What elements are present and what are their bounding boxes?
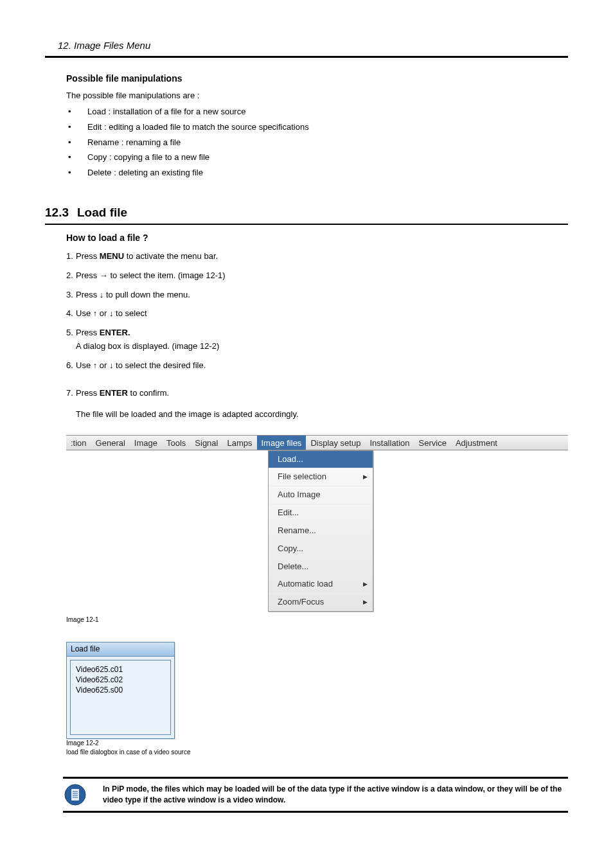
dropdown-item[interactable]: Zoom/Focus▶ [269,594,373,611]
dropdown-item-selected[interactable]: Load... [269,451,373,469]
menu-bar: :tion General Image Tools Signal Lamps I… [66,435,568,450]
list-item[interactable]: Video625.s00 [76,685,165,695]
dropdown-label: Load... [278,454,303,466]
figure-12-2-caption: Image 12-2 [66,739,568,748]
dropdown-label: Zoom/Focus [278,596,324,608]
dropdown-item[interactable]: Rename... [269,522,373,540]
figure-12-1-caption: Image 12-1 [66,616,568,625]
menu-item[interactable]: Image [130,436,162,450]
section-rule [45,224,568,225]
manip-item: Load : installation of a file for a new … [45,106,568,118]
dropdown-item[interactable]: File selection▶ [269,468,373,486]
chapter-header: 12. Image Files Menu [45,39,568,53]
dropdown-label: Edit... [278,507,299,519]
manip-intro: The possible file manipulations are : [45,90,568,102]
sub-heading: How to load a file ? [45,231,568,244]
dropdown-item[interactable]: Automatic load▶ [269,576,373,594]
menu-item[interactable]: Display setup [306,436,365,450]
svg-rect-1 [71,789,79,801]
dialog-title: Load file [67,642,174,657]
step-3: Press ↓ to pull down the menu. [45,289,568,301]
dropdown-label: File selection [278,471,326,483]
dropdown-menu: Load... File selection▶ Auto Image Edit.… [268,450,373,612]
dropdown-label: Delete... [278,561,308,573]
chevron-right-icon: ▶ [363,598,368,607]
section-number: 12.3 [45,204,71,222]
step-bold: ENTER [100,388,128,398]
menu-item[interactable]: :tion [66,436,91,450]
note-icon [64,784,86,806]
step-text: Use ↑ or ↓ to select [76,308,147,318]
step-text: Press [76,328,100,337]
dropdown-item[interactable]: Edit... [269,504,373,522]
step-2: Press → to select the item. (image 12-1) [45,270,568,282]
list-item[interactable]: Video625.c01 [76,664,165,675]
load-file-dialog: Load file Video625.c01 Video625.c02 Vide… [66,642,175,739]
menu-item[interactable]: Adjustment [451,436,502,450]
dialog-body[interactable]: Video625.c01 Video625.c02 Video625.s00 [70,660,171,735]
figure-12-2-caption-sub: load file dialogbox in case of a video s… [66,748,568,757]
dropdown-label: Rename... [278,525,316,537]
menu-item[interactable]: Lamps [222,436,256,450]
list-item[interactable]: Video625.c02 [76,675,165,685]
note-text: In PiP mode, the files which may be load… [103,784,567,806]
menu-item[interactable]: Service [414,436,451,450]
step-4: Use ↑ or ↓ to select [45,308,568,320]
step-bold: MENU [100,251,124,261]
manip-item: Edit : editing a loaded file to match th… [45,121,568,134]
manip-item: Delete : deleting an existing file [45,167,568,179]
dropdown-label: Automatic load [278,578,333,590]
figure-12-2: Load file Video625.c01 Video625.c02 Vide… [66,642,175,739]
chapter-rule [45,56,568,58]
manip-list: Load : installation of a file for a new … [45,106,568,179]
step-7: Press ENTER to confirm. [45,387,568,400]
section-manip-heading: Possible file manipulations [45,72,568,85]
section-load-header: 12.3 Load file [45,204,568,222]
step-text: Press [76,388,100,398]
dropdown-item[interactable]: Delete... [269,558,373,576]
menu-item[interactable]: General [91,436,130,450]
chevron-right-icon: ▶ [363,473,368,481]
step-text: Use ↑ or ↓ to select the desired file. [76,360,206,370]
dropdown-label: Copy... [278,543,303,555]
menu-item-selected[interactable]: Image files [257,436,306,450]
step-5: Press ENTER. A dialog box is displayed. … [45,327,568,353]
step-text: Press ↓ to pull down the menu. [76,290,190,299]
dropdown-item[interactable]: Auto Image [269,486,373,504]
note-block: In PiP mode, the files which may be load… [63,777,568,813]
dropdown-label: Auto Image [278,489,321,501]
step-bold: ENTER. [100,328,130,337]
dropdown-item[interactable]: Copy... [269,540,373,558]
step-1: Press MENU to activate the menu bar. [45,251,568,263]
chevron-right-icon: ▶ [363,580,368,589]
menu-item[interactable]: Installation [365,436,414,450]
step-text: to confirm. [128,388,169,398]
section-title: Load file [77,204,127,222]
step-6: Use ↑ or ↓ to select the desired file. [45,360,568,372]
menu-item[interactable]: Tools [162,436,190,450]
manip-item: Copy : copying a file to a new file [45,152,568,164]
menu-item[interactable]: Signal [190,436,222,450]
step-text: to activate the menu bar. [124,251,218,261]
step-7-note: The file will be loaded and the image is… [45,409,568,421]
step-sub: A dialog box is displayed. (image 12-2) [76,341,568,353]
step-text: Press [76,251,100,261]
manip-item: Rename : renaming a file [45,137,568,149]
steps-list: Press MENU to activate the menu bar. Pre… [45,251,568,400]
figure-12-1: :tion General Image Tools Signal Lamps I… [66,435,568,612]
step-text: Press → to select the item. (image 12-1) [76,270,226,280]
